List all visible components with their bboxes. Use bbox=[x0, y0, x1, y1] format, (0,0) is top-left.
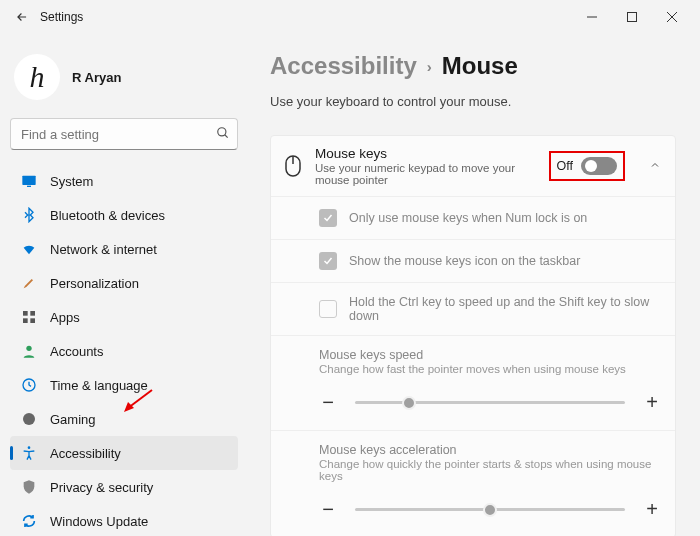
sidebar-item-apps[interactable]: Apps bbox=[10, 300, 238, 334]
nav-list: System Bluetooth & devices Network & int… bbox=[10, 164, 238, 536]
user-profile[interactable]: h R Aryan bbox=[10, 42, 238, 118]
breadcrumb: Accessibility › Mouse bbox=[270, 52, 676, 80]
shield-icon bbox=[20, 478, 38, 496]
nav-label: Gaming bbox=[50, 412, 96, 427]
slider-thumb[interactable] bbox=[483, 503, 497, 517]
nav-label: System bbox=[50, 174, 93, 189]
svg-line-5 bbox=[225, 135, 228, 138]
svg-point-14 bbox=[23, 413, 35, 425]
plus-button[interactable]: + bbox=[643, 498, 661, 521]
nav-label: Accounts bbox=[50, 344, 103, 359]
checkbox-checked-icon[interactable] bbox=[319, 209, 337, 227]
sidebar-item-accessibility[interactable]: Accessibility bbox=[10, 436, 238, 470]
avatar: h bbox=[14, 54, 60, 100]
titlebar: Settings bbox=[0, 0, 700, 34]
sidebar-item-update[interactable]: Windows Update bbox=[10, 504, 238, 536]
brush-icon bbox=[20, 274, 38, 292]
accel-row: Mouse keys acceleration Change how quick… bbox=[271, 430, 675, 536]
option-numlock[interactable]: Only use mouse keys when Num lock is on bbox=[271, 196, 675, 239]
gaming-icon bbox=[20, 410, 38, 428]
user-name: R Aryan bbox=[72, 70, 121, 85]
chevron-up-icon[interactable] bbox=[649, 157, 661, 175]
plus-button[interactable]: + bbox=[643, 391, 661, 414]
accessibility-icon bbox=[20, 444, 38, 462]
display-icon bbox=[20, 172, 38, 190]
svg-rect-7 bbox=[27, 186, 31, 187]
wifi-icon bbox=[20, 240, 38, 258]
slider-title: Mouse keys speed bbox=[319, 348, 661, 362]
slider-subtitle: Change how fast the pointer moves when u… bbox=[319, 363, 661, 375]
card-title: Mouse keys bbox=[315, 146, 521, 161]
nav-label: Personalization bbox=[50, 276, 139, 291]
nav-label: Bluetooth & devices bbox=[50, 208, 165, 223]
maximize-button[interactable] bbox=[612, 3, 652, 31]
svg-rect-10 bbox=[23, 318, 28, 323]
clock-icon bbox=[20, 376, 38, 394]
sidebar-item-time[interactable]: Time & language bbox=[10, 368, 238, 402]
search-icon bbox=[216, 126, 230, 144]
minus-button[interactable]: − bbox=[319, 391, 337, 414]
breadcrumb-parent[interactable]: Accessibility bbox=[270, 52, 417, 80]
window-title: Settings bbox=[40, 10, 83, 24]
svg-point-12 bbox=[26, 346, 31, 351]
mouse-keys-header[interactable]: Mouse keys Use your numeric keypad to mo… bbox=[271, 136, 675, 196]
svg-rect-1 bbox=[628, 13, 637, 22]
sidebar-item-accounts[interactable]: Accounts bbox=[10, 334, 238, 368]
speed-row: Mouse keys speed Change how fast the poi… bbox=[271, 335, 675, 430]
search-input[interactable] bbox=[10, 118, 238, 150]
minus-button[interactable]: − bbox=[319, 498, 337, 521]
search-box[interactable] bbox=[10, 118, 238, 150]
option-label: Hold the Ctrl key to speed up and the Sh… bbox=[349, 295, 661, 323]
back-button[interactable] bbox=[8, 3, 36, 31]
close-button[interactable] bbox=[652, 3, 692, 31]
svg-rect-9 bbox=[30, 311, 35, 316]
checkbox-unchecked-icon[interactable] bbox=[319, 300, 337, 318]
sidebar-item-network[interactable]: Network & internet bbox=[10, 232, 238, 266]
mouse-icon bbox=[285, 153, 301, 179]
nav-label: Privacy & security bbox=[50, 480, 153, 495]
card-subtitle: Use your numeric keypad to move your mou… bbox=[315, 162, 521, 186]
slider-title: Mouse keys acceleration bbox=[319, 443, 661, 457]
svg-rect-11 bbox=[30, 318, 35, 323]
nav-label: Time & language bbox=[50, 378, 148, 393]
svg-point-15 bbox=[28, 446, 31, 449]
person-icon bbox=[20, 342, 38, 360]
toggle-state-label: Off bbox=[557, 159, 573, 173]
bluetooth-icon bbox=[20, 206, 38, 224]
update-icon bbox=[20, 512, 38, 530]
mouse-keys-card: Mouse keys Use your numeric keypad to mo… bbox=[270, 135, 676, 536]
content-pane: Accessibility › Mouse Use your keyboard … bbox=[248, 34, 700, 536]
checkbox-checked-icon[interactable] bbox=[319, 252, 337, 270]
page-description: Use your keyboard to control your mouse. bbox=[270, 94, 676, 109]
svg-rect-8 bbox=[23, 311, 28, 316]
option-label: Show the mouse keys icon on the taskbar bbox=[349, 254, 580, 268]
sidebar-item-privacy[interactable]: Privacy & security bbox=[10, 470, 238, 504]
sidebar-item-gaming[interactable]: Gaming bbox=[10, 402, 238, 436]
chevron-right-icon: › bbox=[427, 58, 432, 75]
nav-label: Network & internet bbox=[50, 242, 157, 257]
minimize-button[interactable] bbox=[572, 3, 612, 31]
svg-point-4 bbox=[218, 128, 226, 136]
nav-label: Apps bbox=[50, 310, 80, 325]
option-label: Only use mouse keys when Num lock is on bbox=[349, 211, 587, 225]
svg-rect-6 bbox=[22, 176, 35, 185]
sidebar-item-system[interactable]: System bbox=[10, 164, 238, 198]
sidebar-item-bluetooth[interactable]: Bluetooth & devices bbox=[10, 198, 238, 232]
nav-label: Accessibility bbox=[50, 446, 121, 461]
speed-slider[interactable] bbox=[355, 401, 625, 404]
mouse-keys-toggle[interactable] bbox=[581, 157, 617, 175]
accel-slider[interactable] bbox=[355, 508, 625, 511]
sidebar-item-personalization[interactable]: Personalization bbox=[10, 266, 238, 300]
highlight-box: Off bbox=[549, 151, 625, 181]
nav-label: Windows Update bbox=[50, 514, 148, 529]
sidebar: h R Aryan System Bluetooth & devices Net… bbox=[0, 34, 248, 536]
breadcrumb-current: Mouse bbox=[442, 52, 518, 80]
apps-icon bbox=[20, 308, 38, 326]
option-ctrlshift[interactable]: Hold the Ctrl key to speed up and the Sh… bbox=[271, 282, 675, 335]
slider-subtitle: Change how quickly the pointer starts & … bbox=[319, 458, 661, 482]
slider-thumb[interactable] bbox=[402, 396, 416, 410]
option-taskbar[interactable]: Show the mouse keys icon on the taskbar bbox=[271, 239, 675, 282]
